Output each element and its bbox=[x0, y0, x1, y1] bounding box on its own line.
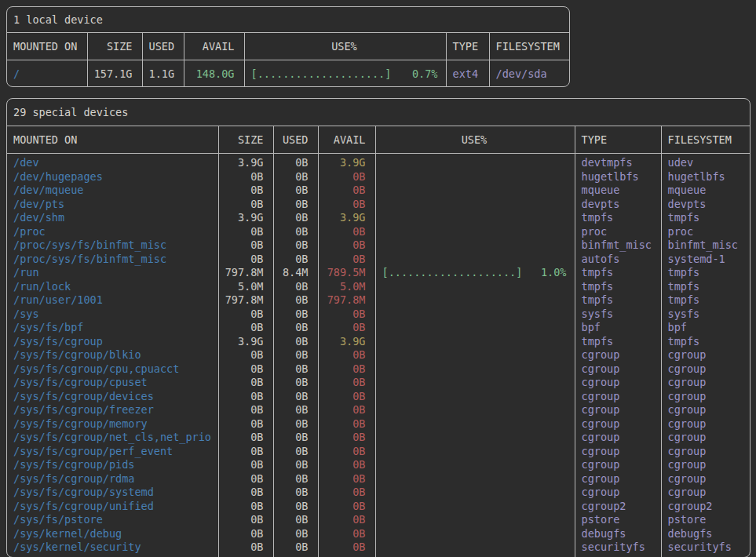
cell-use-percent bbox=[375, 321, 575, 335]
cell-type: sysfs bbox=[575, 308, 661, 322]
cell-size: 0B bbox=[218, 184, 273, 198]
cell-use-percent bbox=[375, 211, 575, 225]
column-header-avail: AVAIL bbox=[318, 126, 375, 154]
cell-avail: 0B bbox=[318, 527, 375, 541]
cell-size: 0B bbox=[218, 513, 273, 527]
cell-use-percent bbox=[375, 431, 575, 445]
cell-used: 0B bbox=[273, 403, 318, 417]
cell-avail: 0B bbox=[318, 486, 375, 500]
cell-avail: 0B bbox=[318, 445, 375, 459]
table-row: /run/user/1001797.8M0B797.8Mtmpfstmpfs bbox=[7, 293, 750, 308]
cell-type: cgroup bbox=[575, 458, 661, 472]
cell-use-percent bbox=[375, 308, 575, 322]
table-row: /sys/fs/cgroup/unified0B0B0Bcgroup2cgrou… bbox=[7, 500, 750, 514]
cell-avail: 148.0G bbox=[184, 60, 244, 87]
cell-avail: 0B bbox=[318, 184, 375, 198]
cell-mounted-on: /sys/fs/cgroup/memory bbox=[7, 417, 218, 431]
cell-avail: 5.0M bbox=[318, 280, 375, 294]
cell-size: 0B bbox=[218, 238, 273, 253]
table-row: /dev/hugepages0B0B0Bhugetlbfshugetlbfs bbox=[7, 170, 750, 184]
cell-use-percent bbox=[375, 541, 575, 557]
cell-avail: 0B bbox=[318, 513, 375, 527]
cell-filesystem: cgroup bbox=[661, 376, 750, 390]
cell-mounted-on: /dev bbox=[7, 154, 218, 170]
cell-filesystem: mqueue bbox=[661, 184, 750, 198]
cell-filesystem: devpts bbox=[661, 198, 750, 212]
cell-avail: 0B bbox=[318, 348, 375, 362]
cell-avail: 3.9G bbox=[318, 154, 375, 170]
cell-avail: 797.8M bbox=[318, 293, 375, 308]
table-row: /dev3.9G0B3.9Gdevtmpfsudev bbox=[7, 154, 750, 170]
special-devices-grid: MOUNTED ONSIZEUSEDAVAILUSE%TYPEFILESYSTE… bbox=[7, 126, 750, 557]
cell-used: 0B bbox=[273, 376, 318, 390]
cell-avail: 789.5M bbox=[318, 266, 375, 280]
cell-type: ext4 bbox=[446, 60, 489, 87]
cell-used: 0B bbox=[273, 308, 318, 322]
cell-type: cgroup2 bbox=[575, 500, 661, 514]
table-row: /sys/kernel/debug0B0B0Bdebugfsdebugfs bbox=[7, 527, 750, 541]
table-row: /proc0B0B0Bprocproc bbox=[7, 225, 750, 239]
cell-filesystem: hugetlbfs bbox=[661, 170, 750, 184]
cell-size: 3.9G bbox=[218, 211, 273, 225]
cell-used: 0B bbox=[273, 198, 318, 212]
table-row: /sys0B0B0Bsysfssysfs bbox=[7, 308, 750, 322]
cell-size: 0B bbox=[218, 445, 273, 459]
cell-avail: 0B bbox=[318, 472, 375, 486]
table-row: /sys/fs/cgroup/perf_event0B0B0Bcgroupcgr… bbox=[7, 445, 750, 459]
cell-filesystem: cgroup bbox=[661, 486, 750, 500]
table-row: /sys/fs/cgroup/blkio0B0B0Bcgroupcgroup bbox=[7, 348, 750, 362]
table-row: /sys/fs/cgroup/memory0B0B0Bcgroupcgroup bbox=[7, 417, 750, 431]
column-header-used: USED bbox=[273, 126, 318, 154]
cell-type: cgroup bbox=[575, 362, 661, 377]
cell-size: 0B bbox=[218, 403, 273, 417]
cell-type: hugetlbfs bbox=[575, 170, 661, 184]
cell-filesystem: bpf bbox=[661, 321, 750, 335]
table-row: /run/lock5.0M0B5.0Mtmpfstmpfs bbox=[7, 280, 750, 294]
column-header-used: USED bbox=[142, 33, 184, 60]
cell-used: 0B bbox=[273, 211, 318, 225]
cell-use-percent bbox=[375, 184, 575, 198]
cell-size: 0B bbox=[218, 376, 273, 390]
table-row: /sys/fs/cgroup/cpuset0B0B0Bcgroupcgroup bbox=[7, 376, 750, 390]
cell-avail: 0B bbox=[318, 417, 375, 431]
cell-filesystem: cgroup bbox=[661, 445, 750, 459]
cell-use-percent bbox=[375, 376, 575, 390]
cell-filesystem: tmpfs bbox=[661, 211, 750, 225]
cell-filesystem: securityfs bbox=[661, 541, 750, 557]
cell-filesystem: udev bbox=[661, 154, 750, 170]
cell-used: 8.4M bbox=[273, 266, 318, 280]
cell-size: 0B bbox=[218, 321, 273, 335]
cell-mounted-on: /dev/pts bbox=[7, 198, 218, 212]
cell-mounted-on: /sys/fs/cgroup/systemd bbox=[7, 486, 218, 500]
table-row: /sys/fs/cgroup/systemd0B0B0Bcgroupcgroup bbox=[7, 486, 750, 500]
cell-filesystem: /dev/sda bbox=[489, 60, 569, 87]
table-row: /sys/kernel/security0B0B0Bsecurityfssecu… bbox=[7, 541, 750, 557]
column-header-type: TYPE bbox=[446, 33, 489, 60]
cell-mounted-on: /sys/fs/cgroup/unified bbox=[7, 500, 218, 514]
cell-use-percent bbox=[375, 513, 575, 527]
local-devices-grid: MOUNTED ONSIZEUSEDAVAILUSE%TYPEFILESYSTE… bbox=[7, 33, 569, 86]
cell-use-percent bbox=[375, 154, 575, 170]
cell-size: 5.0M bbox=[218, 280, 273, 294]
cell-mounted-on: /sys/kernel/debug bbox=[7, 527, 218, 541]
cell-filesystem: cgroup bbox=[661, 348, 750, 362]
cell-mounted-on: /sys/kernel/security bbox=[7, 541, 218, 557]
cell-use-percent: [....................]1.0% bbox=[375, 266, 575, 280]
cell-size: 3.9G bbox=[218, 335, 273, 349]
cell-filesystem: cgroup bbox=[661, 458, 750, 472]
cell-type: cgroup bbox=[575, 445, 661, 459]
cell-filesystem: pstore bbox=[661, 513, 750, 527]
cell-size: 157.1G bbox=[87, 60, 142, 87]
cell-size: 0B bbox=[218, 500, 273, 514]
cell-mounted-on: /run bbox=[7, 266, 218, 280]
cell-mounted-on: /sys/fs/bpf bbox=[7, 321, 218, 335]
cell-type: tmpfs bbox=[575, 280, 661, 294]
cell-mounted-on: /sys/fs/cgroup/blkio bbox=[7, 348, 218, 362]
cell-avail: 0B bbox=[318, 198, 375, 212]
cell-used: 0B bbox=[273, 170, 318, 184]
cell-size: 0B bbox=[218, 472, 273, 486]
cell-mounted-on: /sys/fs/cgroup/pids bbox=[7, 458, 218, 472]
cell-size: 0B bbox=[218, 390, 273, 404]
cell-size: 0B bbox=[218, 170, 273, 184]
cell-mounted-on: /proc/sys/fs/binfmt_misc bbox=[7, 238, 218, 253]
